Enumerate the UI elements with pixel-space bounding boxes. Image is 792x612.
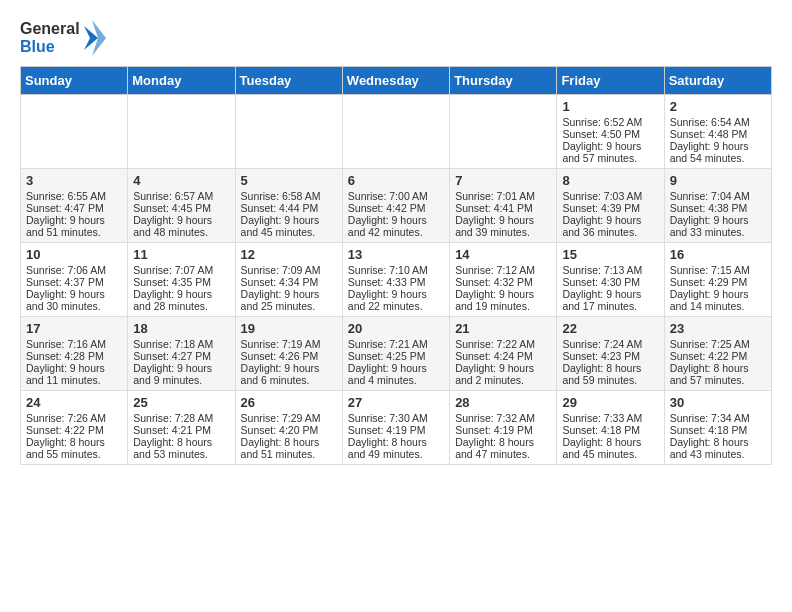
calendar-cell: 3Sunrise: 6:55 AMSunset: 4:47 PMDaylight… bbox=[21, 169, 128, 243]
calendar-cell: 10Sunrise: 7:06 AMSunset: 4:37 PMDayligh… bbox=[21, 243, 128, 317]
day-info: Daylight: 9 hours and 30 minutes. bbox=[26, 288, 122, 312]
calendar-table: SundayMondayTuesdayWednesdayThursdayFrid… bbox=[20, 66, 772, 465]
weekday-header-row: SundayMondayTuesdayWednesdayThursdayFrid… bbox=[21, 67, 772, 95]
calendar-cell: 15Sunrise: 7:13 AMSunset: 4:30 PMDayligh… bbox=[557, 243, 664, 317]
day-number: 6 bbox=[348, 173, 444, 188]
day-info: Sunset: 4:19 PM bbox=[455, 424, 551, 436]
calendar-cell bbox=[342, 95, 449, 169]
day-number: 15 bbox=[562, 247, 658, 262]
week-row-0: 1Sunrise: 6:52 AMSunset: 4:50 PMDaylight… bbox=[21, 95, 772, 169]
day-number: 23 bbox=[670, 321, 766, 336]
weekday-monday: Monday bbox=[128, 67, 235, 95]
day-info: Daylight: 9 hours and 42 minutes. bbox=[348, 214, 444, 238]
day-info: Daylight: 9 hours and 11 minutes. bbox=[26, 362, 122, 386]
day-info: Sunrise: 7:24 AM bbox=[562, 338, 658, 350]
day-number: 21 bbox=[455, 321, 551, 336]
day-info: Daylight: 9 hours and 36 minutes. bbox=[562, 214, 658, 238]
day-info: Sunrise: 7:15 AM bbox=[670, 264, 766, 276]
calendar-cell: 7Sunrise: 7:01 AMSunset: 4:41 PMDaylight… bbox=[450, 169, 557, 243]
day-info: Sunrise: 6:58 AM bbox=[241, 190, 337, 202]
day-info: Daylight: 9 hours and 33 minutes. bbox=[670, 214, 766, 238]
day-number: 22 bbox=[562, 321, 658, 336]
day-info: Sunset: 4:18 PM bbox=[670, 424, 766, 436]
day-number: 18 bbox=[133, 321, 229, 336]
day-info: Daylight: 9 hours and 9 minutes. bbox=[133, 362, 229, 386]
calendar-cell: 23Sunrise: 7:25 AMSunset: 4:22 PMDayligh… bbox=[664, 317, 771, 391]
calendar-cell: 2Sunrise: 6:54 AMSunset: 4:48 PMDaylight… bbox=[664, 95, 771, 169]
calendar-cell: 4Sunrise: 6:57 AMSunset: 4:45 PMDaylight… bbox=[128, 169, 235, 243]
day-info: Sunset: 4:39 PM bbox=[562, 202, 658, 214]
calendar-cell: 25Sunrise: 7:28 AMSunset: 4:21 PMDayligh… bbox=[128, 391, 235, 465]
day-info: Daylight: 8 hours and 59 minutes. bbox=[562, 362, 658, 386]
day-info: Sunrise: 7:10 AM bbox=[348, 264, 444, 276]
calendar-cell: 28Sunrise: 7:32 AMSunset: 4:19 PMDayligh… bbox=[450, 391, 557, 465]
day-info: Daylight: 8 hours and 55 minutes. bbox=[26, 436, 122, 460]
week-row-4: 24Sunrise: 7:26 AMSunset: 4:22 PMDayligh… bbox=[21, 391, 772, 465]
day-info: Sunset: 4:34 PM bbox=[241, 276, 337, 288]
day-number: 26 bbox=[241, 395, 337, 410]
day-info: Sunrise: 7:12 AM bbox=[455, 264, 551, 276]
day-info: Sunset: 4:22 PM bbox=[670, 350, 766, 362]
calendar-cell: 11Sunrise: 7:07 AMSunset: 4:35 PMDayligh… bbox=[128, 243, 235, 317]
calendar-cell: 30Sunrise: 7:34 AMSunset: 4:18 PMDayligh… bbox=[664, 391, 771, 465]
day-info: Daylight: 8 hours and 43 minutes. bbox=[670, 436, 766, 460]
day-number: 10 bbox=[26, 247, 122, 262]
calendar-cell: 22Sunrise: 7:24 AMSunset: 4:23 PMDayligh… bbox=[557, 317, 664, 391]
day-number: 14 bbox=[455, 247, 551, 262]
day-info: Sunset: 4:33 PM bbox=[348, 276, 444, 288]
day-info: Daylight: 8 hours and 47 minutes. bbox=[455, 436, 551, 460]
day-info: Sunrise: 7:33 AM bbox=[562, 412, 658, 424]
calendar-cell: 26Sunrise: 7:29 AMSunset: 4:20 PMDayligh… bbox=[235, 391, 342, 465]
calendar-cell: 19Sunrise: 7:19 AMSunset: 4:26 PMDayligh… bbox=[235, 317, 342, 391]
day-info: Sunset: 4:25 PM bbox=[348, 350, 444, 362]
day-number: 16 bbox=[670, 247, 766, 262]
day-info: Daylight: 9 hours and 22 minutes. bbox=[348, 288, 444, 312]
day-info: Sunset: 4:18 PM bbox=[562, 424, 658, 436]
logo-graphic: General Blue bbox=[20, 20, 80, 55]
day-info: Daylight: 8 hours and 45 minutes. bbox=[562, 436, 658, 460]
day-info: Sunrise: 6:54 AM bbox=[670, 116, 766, 128]
day-info: Daylight: 9 hours and 39 minutes. bbox=[455, 214, 551, 238]
weekday-tuesday: Tuesday bbox=[235, 67, 342, 95]
calendar-cell bbox=[128, 95, 235, 169]
day-info: Sunset: 4:19 PM bbox=[348, 424, 444, 436]
calendar-cell bbox=[235, 95, 342, 169]
day-info: Sunrise: 7:07 AM bbox=[133, 264, 229, 276]
day-info: Sunrise: 7:25 AM bbox=[670, 338, 766, 350]
day-info: Daylight: 9 hours and 45 minutes. bbox=[241, 214, 337, 238]
day-info: Sunset: 4:20 PM bbox=[241, 424, 337, 436]
day-info: Sunrise: 7:19 AM bbox=[241, 338, 337, 350]
day-number: 4 bbox=[133, 173, 229, 188]
calendar-cell: 16Sunrise: 7:15 AMSunset: 4:29 PMDayligh… bbox=[664, 243, 771, 317]
calendar-cell: 29Sunrise: 7:33 AMSunset: 4:18 PMDayligh… bbox=[557, 391, 664, 465]
day-info: Sunset: 4:22 PM bbox=[26, 424, 122, 436]
day-info: Daylight: 9 hours and 14 minutes. bbox=[670, 288, 766, 312]
calendar-cell: 5Sunrise: 6:58 AMSunset: 4:44 PMDaylight… bbox=[235, 169, 342, 243]
day-info: Daylight: 9 hours and 2 minutes. bbox=[455, 362, 551, 386]
day-info: Sunset: 4:24 PM bbox=[455, 350, 551, 362]
header: General Blue bbox=[20, 20, 772, 56]
day-info: Sunrise: 7:16 AM bbox=[26, 338, 122, 350]
day-info: Sunset: 4:42 PM bbox=[348, 202, 444, 214]
calendar-cell: 8Sunrise: 7:03 AMSunset: 4:39 PMDaylight… bbox=[557, 169, 664, 243]
day-info: Sunrise: 7:32 AM bbox=[455, 412, 551, 424]
day-info: Daylight: 8 hours and 57 minutes. bbox=[670, 362, 766, 386]
day-info: Daylight: 9 hours and 17 minutes. bbox=[562, 288, 658, 312]
day-info: Sunrise: 6:55 AM bbox=[26, 190, 122, 202]
day-number: 19 bbox=[241, 321, 337, 336]
logo: General Blue bbox=[20, 20, 106, 56]
day-number: 7 bbox=[455, 173, 551, 188]
day-info: Sunset: 4:44 PM bbox=[241, 202, 337, 214]
day-number: 20 bbox=[348, 321, 444, 336]
day-info: Daylight: 8 hours and 51 minutes. bbox=[241, 436, 337, 460]
calendar-cell: 21Sunrise: 7:22 AMSunset: 4:24 PMDayligh… bbox=[450, 317, 557, 391]
day-number: 25 bbox=[133, 395, 229, 410]
day-number: 8 bbox=[562, 173, 658, 188]
day-info: Sunrise: 7:03 AM bbox=[562, 190, 658, 202]
day-info: Daylight: 9 hours and 19 minutes. bbox=[455, 288, 551, 312]
day-info: Sunrise: 7:29 AM bbox=[241, 412, 337, 424]
calendar-cell: 1Sunrise: 6:52 AMSunset: 4:50 PMDaylight… bbox=[557, 95, 664, 169]
calendar-cell: 9Sunrise: 7:04 AMSunset: 4:38 PMDaylight… bbox=[664, 169, 771, 243]
day-number: 13 bbox=[348, 247, 444, 262]
day-info: Sunset: 4:47 PM bbox=[26, 202, 122, 214]
